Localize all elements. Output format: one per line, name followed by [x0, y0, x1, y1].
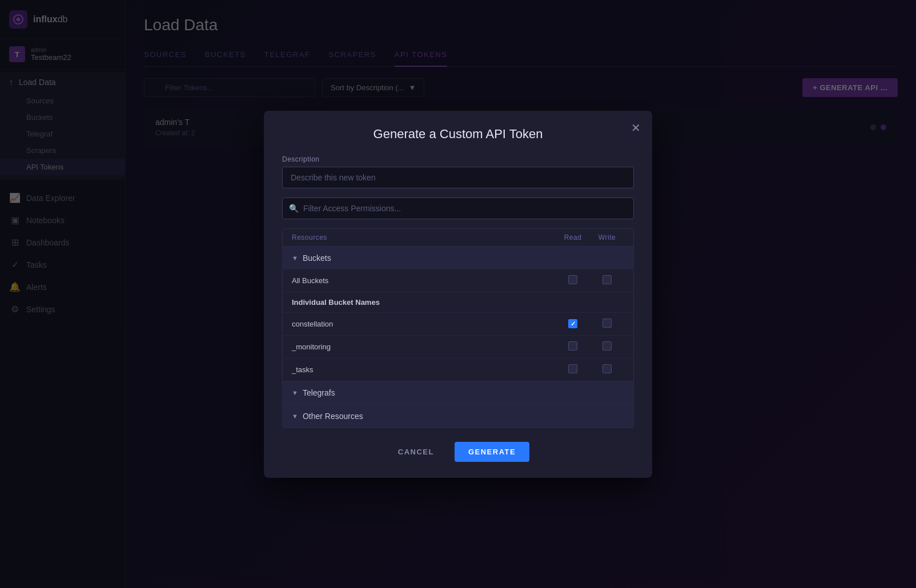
- write-col-header: Write: [590, 233, 624, 241]
- tasks-row: _tasks: [283, 359, 633, 381]
- tasks-read-checkbox[interactable]: [556, 364, 590, 375]
- modal-close-button[interactable]: ✕: [631, 122, 641, 134]
- read-col-header: Read: [556, 233, 590, 241]
- all-buckets-write-checkbox[interactable]: [590, 275, 624, 286]
- chevron-right-icon: ▼: [292, 389, 298, 396]
- resources-table: Resources Read Write ▼ Buckets All Bucke…: [282, 228, 634, 428]
- buckets-group-header[interactable]: ▼ Buckets: [283, 247, 633, 269]
- filter-search-icon: 🔍: [289, 204, 299, 213]
- other-resources-group-header[interactable]: ▼ Other Resources: [283, 405, 633, 428]
- main-content: Load Data SOURCES BUCKETS TELEGRAF SCRAP…: [126, 0, 916, 588]
- modal-footer: CANCEL GENERATE: [282, 442, 634, 462]
- filter-access-wrapper: 🔍: [282, 198, 634, 219]
- tasks-write-checkbox[interactable]: [590, 364, 624, 375]
- telegrafs-group-label: Telegrafs: [303, 388, 335, 397]
- resource-group-buckets: ▼ Buckets All Buckets Individual Bucket …: [283, 247, 633, 381]
- constellation-row: constellation: [283, 313, 633, 336]
- modal: ✕ Generate a Custom API Token Descriptio…: [264, 111, 652, 478]
- all-buckets-read-checkbox[interactable]: [556, 275, 590, 286]
- cancel-button[interactable]: CANCEL: [387, 442, 445, 462]
- modal-overlay: ✕ Generate a Custom API Token Descriptio…: [0, 0, 916, 588]
- other-resources-group-label: Other Resources: [303, 412, 363, 421]
- chevron-down-icon: ▼: [292, 255, 298, 261]
- monitoring-row: _monitoring: [283, 336, 633, 359]
- all-buckets-label: All Buckets: [292, 276, 556, 285]
- description-label: Description: [282, 155, 634, 163]
- chevron-right-icon-other: ▼: [292, 413, 298, 420]
- description-input[interactable]: [282, 167, 634, 188]
- telegrafs-group-header[interactable]: ▼ Telegrafs: [283, 381, 633, 404]
- resources-col-header: Resources: [292, 233, 556, 241]
- buckets-group-label: Buckets: [303, 253, 331, 263]
- monitoring-label: _monitoring: [292, 343, 556, 351]
- constellation-read-checkbox[interactable]: [556, 319, 590, 329]
- all-buckets-row: All Buckets: [283, 269, 633, 292]
- resource-group-other: ▼ Other Resources: [283, 405, 633, 428]
- monitoring-write-checkbox[interactable]: [590, 341, 624, 352]
- modal-title: Generate a Custom API Token: [282, 127, 634, 142]
- individual-bucket-names-label: Individual Bucket Names: [283, 292, 633, 313]
- constellation-label: constellation: [292, 320, 556, 328]
- filter-access-input[interactable]: [282, 198, 634, 219]
- monitoring-read-checkbox[interactable]: [556, 341, 590, 352]
- tasks-bucket-label: _tasks: [292, 365, 556, 374]
- modal-generate-button[interactable]: GENERATE: [455, 442, 529, 462]
- resources-header: Resources Read Write: [283, 229, 633, 247]
- constellation-write-checkbox[interactable]: [590, 319, 624, 329]
- resource-group-telegrafs: ▼ Telegrafs: [283, 381, 633, 405]
